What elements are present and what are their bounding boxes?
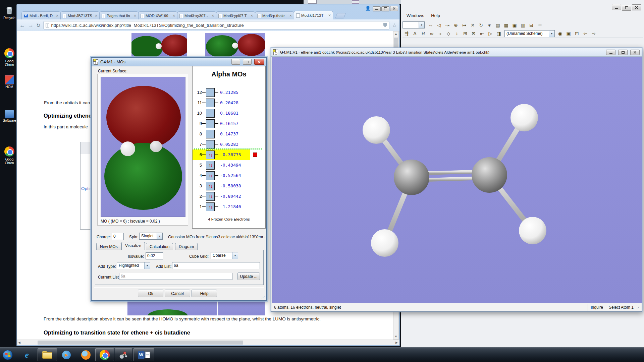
gv-toolbar-icon[interactable]: ⊡ <box>573 30 581 37</box>
gv-toolbar-icon[interactable]: ≈ <box>436 30 444 37</box>
help-button[interactable]: Help <box>192 290 217 297</box>
scroll-down-arrow[interactable]: ▼ <box>393 334 398 339</box>
gv-toolbar-icon[interactable]: ▣ <box>565 30 573 37</box>
resize-grip[interactable]: ⋰ <box>636 305 642 310</box>
gv-toolbar-icon[interactable]: ∞ <box>428 30 436 37</box>
resize-grip[interactable]: ⋰ <box>261 295 265 300</box>
isovalue-input[interactable]: 0.02 <box>146 252 163 259</box>
mo-level-2[interactable]: 2↑↓-0.80442 <box>193 191 250 201</box>
mo-level-3[interactable]: 3↑↓-0.58038 <box>193 181 250 191</box>
gv-toolbar-icon[interactable]: ⇦ <box>581 30 589 37</box>
gv-toolbar-icon[interactable]: R <box>419 30 427 37</box>
mo-level-7[interactable]: 70.05283 <box>193 139 250 149</box>
mo-level-11[interactable]: 110.20428 <box>193 98 250 108</box>
ok-button[interactable]: Ok <box>138 290 163 297</box>
browser-tab-1[interactable]: Mail - Bedi, D× <box>21 11 61 20</box>
taskbar-chrome-button[interactable] <box>95 348 114 361</box>
profile-avatar[interactable]: 👤 <box>365 6 371 11</box>
url-text[interactable]: https://wiki.ch.ic.ac.uk/wiki/index.php?… <box>51 23 381 28</box>
electron-pair-icon[interactable]: ↑↓ <box>206 202 215 211</box>
reload-button[interactable]: ↻ <box>36 23 41 28</box>
electron-pair-icon[interactable]: ↑↓ <box>206 150 215 159</box>
scroll-right-arrow[interactable]: ▶ <box>395 340 398 345</box>
maximize-button[interactable] <box>381 6 389 11</box>
mo-level-12[interactable]: 120.21285 <box>193 87 250 98</box>
gv-toolbar-icon[interactable]: ⊞ <box>461 30 469 37</box>
dialog-titlebar[interactable]: G4:M1 - MOs <box>92 58 266 66</box>
gv-toolbar-icon[interactable]: ≔ <box>536 21 544 29</box>
minimize-button[interactable] <box>373 6 381 11</box>
mo-level-9[interactable]: 90.16157 <box>193 118 250 129</box>
new-tab-button[interactable] <box>335 13 346 18</box>
desktop-icon-hom[interactable]: HOM <box>1 75 17 89</box>
gv-toolbar-icon[interactable]: ↕ <box>453 30 461 37</box>
minimize-button[interactable] <box>612 4 621 10</box>
desktop-icon-recycle-bin[interactable]: Recycle <box>1 5 17 20</box>
shield-icon[interactable] <box>383 23 387 27</box>
viewer-titlebar[interactable]: G4:M1:V1 - ethene am1 opt.chk (\\icnas3.… <box>271 48 642 57</box>
tab-close-icon[interactable]: × <box>95 13 97 18</box>
mo-orbital-box[interactable] <box>206 88 215 97</box>
close-button[interactable] <box>390 6 398 11</box>
gv-toolbar-icon[interactable]: ▥ <box>519 21 527 29</box>
tab-visualize[interactable]: Visualize <box>121 242 145 250</box>
browser-tab-6[interactable]: Mod3:ypl07 T× <box>216 11 255 20</box>
browser-tab-4[interactable]: MOD:XW199× <box>138 11 177 20</box>
mo-orbital-box[interactable] <box>206 140 215 149</box>
bookmark-star-icon[interactable]: ☆ <box>392 22 397 28</box>
tab-diagram[interactable]: Diagram <box>175 243 198 250</box>
maximize-button[interactable] <box>618 50 628 55</box>
forward-button[interactable]: → <box>28 22 34 28</box>
browser-tab-5[interactable]: Mod3:xy307 -× <box>177 11 216 20</box>
taskbar-word-button[interactable]: W <box>133 348 154 361</box>
taskbar-gaussview-button[interactable] <box>115 348 132 361</box>
tab-close-icon[interactable]: × <box>328 13 331 18</box>
tab-close-icon[interactable]: × <box>212 13 214 18</box>
menu-help[interactable]: Help <box>428 12 443 19</box>
desktop-icon-chrome-2[interactable]: Goog Chron <box>1 146 17 165</box>
cancel-button[interactable]: Cancel <box>165 290 190 297</box>
mo-orbital-box[interactable] <box>206 99 215 107</box>
inquire-label[interactable]: Inquire <box>588 304 606 311</box>
tab-calculation[interactable]: Calculation <box>146 243 173 250</box>
back-button[interactable]: ← <box>19 22 25 28</box>
current-list-input[interactable]: 6a <box>119 273 232 280</box>
browser-tab-8-active[interactable]: Mod:kl1713T× <box>294 11 333 20</box>
mo-level-6-selected[interactable]: 6↑↓-0.38775 <box>193 149 250 160</box>
tab-close-icon[interactable]: × <box>56 13 58 18</box>
gv-toolbar-icon[interactable]: ◇ <box>444 30 452 37</box>
gv-toolbar-icon[interactable]: ⊕ <box>452 21 460 29</box>
gv-toolbar-icon[interactable]: ✕ <box>469 21 477 29</box>
maximize-button[interactable] <box>622 5 631 11</box>
mo-level-5[interactable]: 5↑↓-0.43494 <box>193 160 250 170</box>
tab-close-icon[interactable]: × <box>134 13 136 18</box>
taskbar-ie-button[interactable]: e <box>20 348 34 361</box>
tab-new-mos[interactable]: New MOs <box>96 243 121 250</box>
start-button[interactable] <box>2 348 13 361</box>
gv-combo-small[interactable]: ▼ <box>402 21 425 28</box>
gv-toolbar-icon[interactable]: A <box>411 30 419 37</box>
scroll-up-arrow[interactable]: ▲ <box>393 32 398 37</box>
orbital-preview[interactable] <box>101 77 185 217</box>
gv-toolbar-icon[interactable]: ▷ <box>486 30 494 37</box>
tab-close-icon[interactable]: × <box>289 13 292 18</box>
taskbar-explorer-button[interactable] <box>38 348 57 361</box>
gv-toolbar-icon[interactable]: ◉ <box>556 30 564 37</box>
gv-toolbar-icon[interactable]: ⇨ <box>590 30 598 37</box>
gv-toolbar-icon[interactable]: ⇔ <box>427 21 435 29</box>
gv-toolbar-icon[interactable]: ⊟ <box>527 21 535 29</box>
mo-level-10[interactable]: 100.18681 <box>193 108 250 118</box>
gv-toolbar-icon[interactable]: ↦ <box>460 21 468 29</box>
mo-level-1[interactable]: 1↑↓-1.21840 <box>193 201 250 212</box>
mo-level-8[interactable]: 80.14737 <box>193 129 250 139</box>
browser-tab-2[interactable]: Mod:JB713TS× <box>60 11 100 20</box>
browser-tab-7[interactable]: Mod3:p.thakr× <box>255 11 294 20</box>
desktop-icon-software[interactable]: Software <box>1 109 17 122</box>
gv-toolbar-icon[interactable]: ⊠ <box>470 30 478 37</box>
mo-level-4[interactable]: 4↑↓-0.52564 <box>193 170 250 181</box>
minimize-button[interactable] <box>606 50 615 55</box>
scroll-left-arrow[interactable]: ◀ <box>18 340 20 345</box>
gv-toolbar-icon[interactable]: ↝ <box>443 21 451 29</box>
taskbar-firefox-button[interactable] <box>79 348 93 361</box>
gv-toolbar-icon[interactable]: ∗ <box>485 21 493 29</box>
